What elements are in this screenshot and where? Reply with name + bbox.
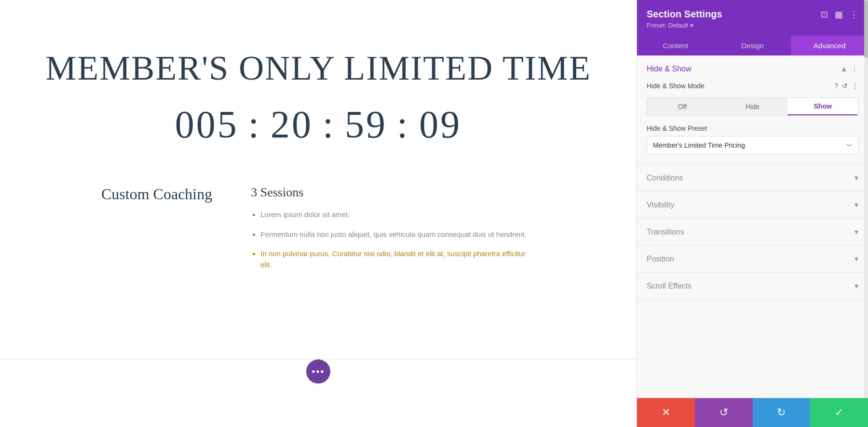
tab-content[interactable]: Content — [637, 36, 714, 55]
visibility-section[interactable]: Visibility ▾ — [637, 192, 868, 219]
section-icons: ▲ ⋮ — [840, 64, 858, 73]
transitions-chevron: ▾ — [854, 227, 858, 236]
dots-button[interactable]: ••• — [306, 359, 330, 384]
dots-icon: ••• — [312, 366, 325, 377]
hs-content: Hide & Show Mode ? ↺ ⋮ Off Hide Show Hid… — [637, 82, 868, 164]
timer-ms: 09 — [419, 103, 461, 147]
conditions-chevron: ▾ — [854, 173, 858, 182]
hero-title: MEMBER'S ONLY LIMITED TIME — [45, 48, 591, 88]
action-bar: ✕ ↺ ↻ ✓ — [637, 398, 868, 427]
sessions-content: 3 Sessions Lorem ipsum dolor sit amet. F… — [251, 185, 535, 279]
list-item: Fermentum nulla non justo aliquet, quis … — [260, 229, 535, 240]
panel-tabs: Content Design Advanced — [637, 36, 868, 55]
transitions-section[interactable]: Transitions ▾ — [637, 219, 868, 246]
timer-sep-2: : — [323, 103, 335, 147]
bottom-content: Custom Coaching 3 Sessions Lorem ipsum d… — [101, 185, 535, 279]
chevron-up-icon: ▲ — [840, 65, 848, 73]
hs-preset-select[interactable]: Member's Limited Time Pricing — [647, 136, 858, 154]
tab-design[interactable]: Design — [714, 36, 791, 55]
hide-show-header[interactable]: Hide & Show ▲ ⋮ — [637, 55, 868, 82]
hs-help-icon[interactable]: ? — [834, 82, 838, 90]
hs-show-btn[interactable]: Show — [787, 98, 858, 115]
redo-button[interactable]: ↻ — [753, 398, 811, 427]
hs-mode-label: Hide & Show Mode — [647, 82, 829, 90]
panel-header-icons: ⊡ ▦ ⋮ — [821, 9, 858, 20]
save-icon: ✓ — [835, 406, 843, 419]
coaching-title: Custom Coaching — [101, 185, 212, 279]
conditions-label: Conditions — [647, 174, 683, 182]
panel-header: Section Settings ⊡ ▦ ⋮ Preset: Default — [637, 0, 868, 36]
panel-preset[interactable]: Preset: Default — [647, 22, 858, 29]
reset-icon: ↺ — [719, 406, 728, 419]
reset-button[interactable]: ↺ — [695, 398, 753, 427]
layout-icon[interactable]: ▦ — [835, 9, 843, 20]
timer-hours: 005 — [175, 103, 239, 147]
timer-sep-3: : — [397, 103, 409, 147]
tab-advanced[interactable]: Advanced — [791, 36, 868, 55]
hide-show-section: Hide & Show ▲ ⋮ Hide & Show Mode ? ↺ ⋮ O… — [637, 55, 868, 165]
position-label: Position — [647, 255, 674, 263]
timer: 005 : 20 : 59 : 09 — [175, 103, 462, 147]
scroll-thumb[interactable] — [864, 0, 868, 58]
hide-show-label: Hide & Show — [647, 65, 692, 73]
hs-mode-icons: ? ↺ ⋮ — [834, 82, 858, 90]
main-content: MEMBER'S ONLY LIMITED TIME 005 : 20 : 59… — [0, 0, 637, 427]
redo-icon: ↻ — [777, 406, 786, 419]
hs-hide-btn[interactable]: Hide — [718, 98, 788, 115]
hs-more-icon[interactable]: ⋮ — [852, 82, 858, 90]
panel-header-top: Section Settings ⊡ ▦ ⋮ — [647, 9, 858, 20]
hs-off-btn[interactable]: Off — [647, 98, 718, 115]
expand-icon[interactable]: ⊡ — [821, 9, 828, 20]
cancel-button[interactable]: ✕ — [637, 398, 695, 427]
hs-mode-row: Hide & Show Mode ? ↺ ⋮ — [647, 82, 858, 90]
scroll-effects-section[interactable]: Scroll Effects ▾ — [637, 273, 868, 300]
timer-seconds: 59 — [345, 103, 387, 147]
scroll-effects-chevron: ▾ — [854, 281, 858, 290]
position-chevron: ▾ — [854, 254, 858, 263]
save-button[interactable]: ✓ — [810, 398, 868, 427]
hs-toggle-group: Off Hide Show — [647, 97, 858, 116]
more-icon[interactable]: ⋮ — [850, 9, 858, 20]
panel-content: Hide & Show ▲ ⋮ Hide & Show Mode ? ↺ ⋮ O… — [637, 55, 868, 427]
transitions-label: Transitions — [647, 228, 684, 236]
hs-reset-icon[interactable]: ↺ — [842, 82, 848, 90]
visibility-label: Visibility — [647, 201, 675, 209]
sessions-title: 3 Sessions — [251, 185, 535, 200]
conditions-section[interactable]: Conditions ▾ — [637, 165, 868, 192]
scroll-effects-label: Scroll Effects — [647, 282, 692, 290]
list-item: In non pulvinar purus. Curabitur nisi od… — [260, 248, 535, 270]
timer-minutes: 20 — [271, 103, 313, 147]
sessions-list: Lorem ipsum dolor sit amet. Fermentum nu… — [251, 209, 535, 270]
visibility-chevron: ▾ — [854, 200, 858, 209]
section-more-icon[interactable]: ⋮ — [851, 64, 858, 73]
hs-preset-label: Hide & Show Preset — [647, 124, 858, 132]
list-item: Lorem ipsum dolor sit amet. — [260, 209, 535, 220]
scroll-track — [864, 0, 868, 398]
panel-title: Section Settings — [647, 9, 722, 20]
position-section[interactable]: Position ▾ — [637, 246, 868, 273]
right-panel: Section Settings ⊡ ▦ ⋮ Preset: Default C… — [637, 0, 868, 427]
cancel-icon: ✕ — [662, 406, 670, 419]
timer-sep-1: : — [248, 103, 261, 147]
